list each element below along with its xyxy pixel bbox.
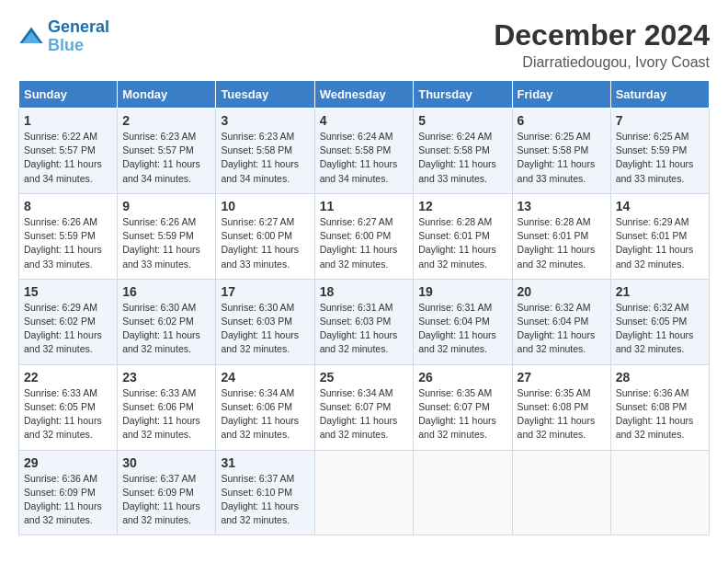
- day-number: 12: [418, 199, 506, 213]
- calendar-cell: 29Sunrise: 6:36 AM Sunset: 6:09 PM Dayli…: [19, 450, 118, 535]
- day-info: Sunrise: 6:37 AM Sunset: 6:09 PM Dayligh…: [122, 472, 210, 528]
- calendar-week-2: 8Sunrise: 6:26 AM Sunset: 5:59 PM Daylig…: [19, 193, 710, 279]
- day-info: Sunrise: 6:24 AM Sunset: 5:58 PM Dayligh…: [418, 130, 506, 186]
- calendar-cell: 26Sunrise: 6:35 AM Sunset: 6:07 PM Dayli…: [414, 364, 512, 450]
- day-info: Sunrise: 6:35 AM Sunset: 6:07 PM Dayligh…: [418, 386, 506, 442]
- day-info: Sunrise: 6:34 AM Sunset: 6:06 PM Dayligh…: [221, 386, 309, 442]
- day-number: 25: [320, 370, 409, 385]
- logo-text: General Blue: [48, 18, 109, 55]
- calendar-week-5: 29Sunrise: 6:36 AM Sunset: 6:09 PM Dayli…: [19, 450, 710, 535]
- day-info: Sunrise: 6:30 AM Sunset: 6:03 PM Dayligh…: [221, 301, 309, 357]
- day-info: Sunrise: 6:22 AM Sunset: 5:57 PM Dayligh…: [24, 130, 112, 186]
- day-number: 26: [418, 370, 506, 385]
- day-number: 4: [320, 113, 409, 128]
- day-number: 28: [616, 370, 704, 385]
- day-number: 27: [518, 370, 606, 385]
- calendar-cell: 23Sunrise: 6:33 AM Sunset: 6:06 PM Dayli…: [118, 364, 216, 450]
- day-info: Sunrise: 6:25 AM Sunset: 5:58 PM Dayligh…: [518, 130, 606, 186]
- subtitle: Diarratiedougou, Ivory Coast: [494, 54, 710, 71]
- day-info: Sunrise: 6:34 AM Sunset: 6:07 PM Dayligh…: [320, 386, 409, 442]
- day-info: Sunrise: 6:28 AM Sunset: 6:01 PM Dayligh…: [418, 215, 506, 271]
- day-info: Sunrise: 6:24 AM Sunset: 5:58 PM Dayligh…: [320, 130, 409, 186]
- header-wednesday: Wednesday: [314, 81, 414, 109]
- calendar-cell: 8Sunrise: 6:26 AM Sunset: 5:59 PM Daylig…: [19, 193, 118, 279]
- calendar-cell: 30Sunrise: 6:37 AM Sunset: 6:09 PM Dayli…: [118, 450, 216, 535]
- calendar-cell: [610, 450, 709, 535]
- header-friday: Friday: [512, 81, 610, 109]
- day-info: Sunrise: 6:33 AM Sunset: 6:06 PM Dayligh…: [122, 386, 210, 442]
- calendar-cell: 27Sunrise: 6:35 AM Sunset: 6:08 PM Dayli…: [512, 364, 610, 450]
- calendar-cell: 11Sunrise: 6:27 AM Sunset: 6:00 PM Dayli…: [314, 193, 414, 279]
- calendar-cell: 7Sunrise: 6:25 AM Sunset: 5:59 PM Daylig…: [610, 109, 709, 194]
- day-info: Sunrise: 6:27 AM Sunset: 6:00 PM Dayligh…: [221, 215, 309, 271]
- day-number: 29: [24, 455, 112, 470]
- day-number: 30: [122, 455, 210, 470]
- calendar-week-3: 15Sunrise: 6:29 AM Sunset: 6:02 PM Dayli…: [19, 279, 710, 364]
- header-tuesday: Tuesday: [216, 81, 314, 109]
- day-number: 15: [24, 284, 112, 299]
- day-number: 14: [616, 199, 704, 213]
- calendar-cell: 31Sunrise: 6:37 AM Sunset: 6:10 PM Dayli…: [216, 450, 314, 535]
- day-number: 2: [122, 113, 210, 128]
- day-number: 22: [24, 370, 112, 385]
- day-number: 11: [320, 199, 409, 213]
- calendar-cell: 14Sunrise: 6:29 AM Sunset: 6:01 PM Dayli…: [610, 193, 709, 279]
- calendar-cell: 24Sunrise: 6:34 AM Sunset: 6:06 PM Dayli…: [216, 364, 314, 450]
- calendar-week-1: 1Sunrise: 6:22 AM Sunset: 5:57 PM Daylig…: [19, 109, 710, 194]
- calendar-table: SundayMondayTuesdayWednesdayThursdayFrid…: [18, 80, 710, 535]
- header-sunday: Sunday: [19, 81, 118, 109]
- title-block: December 2024 Diarratiedougou, Ivory Coa…: [494, 18, 710, 71]
- day-info: Sunrise: 6:33 AM Sunset: 6:05 PM Dayligh…: [24, 386, 112, 442]
- calendar-cell: 3Sunrise: 6:23 AM Sunset: 5:58 PM Daylig…: [216, 109, 314, 194]
- day-number: 18: [320, 284, 409, 299]
- day-info: Sunrise: 6:28 AM Sunset: 6:01 PM Dayligh…: [518, 215, 606, 271]
- calendar-cell: [314, 450, 414, 535]
- day-number: 23: [122, 370, 210, 385]
- calendar-cell: 22Sunrise: 6:33 AM Sunset: 6:05 PM Dayli…: [19, 364, 118, 450]
- day-info: Sunrise: 6:30 AM Sunset: 6:02 PM Dayligh…: [122, 301, 210, 357]
- day-number: 16: [122, 284, 210, 299]
- day-info: Sunrise: 6:31 AM Sunset: 6:04 PM Dayligh…: [418, 301, 506, 357]
- day-info: Sunrise: 6:29 AM Sunset: 6:02 PM Dayligh…: [24, 301, 112, 357]
- page-header: General Blue December 2024 Diarratiedoug…: [18, 18, 710, 71]
- header-saturday: Saturday: [610, 81, 709, 109]
- day-number: 3: [221, 113, 309, 128]
- day-info: Sunrise: 6:36 AM Sunset: 6:08 PM Dayligh…: [616, 386, 704, 442]
- day-number: 21: [616, 284, 704, 299]
- calendar-cell: 28Sunrise: 6:36 AM Sunset: 6:08 PM Dayli…: [610, 364, 709, 450]
- day-info: Sunrise: 6:27 AM Sunset: 6:00 PM Dayligh…: [320, 215, 409, 271]
- day-info: Sunrise: 6:29 AM Sunset: 6:01 PM Dayligh…: [616, 215, 704, 271]
- header-thursday: Thursday: [414, 81, 512, 109]
- day-number: 17: [221, 284, 309, 299]
- calendar-cell: 4Sunrise: 6:24 AM Sunset: 5:58 PM Daylig…: [314, 109, 414, 194]
- calendar-cell: 13Sunrise: 6:28 AM Sunset: 6:01 PM Dayli…: [512, 193, 610, 279]
- day-number: 5: [418, 113, 506, 128]
- day-number: 6: [518, 113, 606, 128]
- logo: General Blue: [18, 18, 109, 55]
- day-number: 7: [616, 113, 704, 128]
- day-info: Sunrise: 6:23 AM Sunset: 5:58 PM Dayligh…: [221, 130, 309, 186]
- day-number: 31: [221, 455, 309, 470]
- day-number: 24: [221, 370, 309, 385]
- day-info: Sunrise: 6:37 AM Sunset: 6:10 PM Dayligh…: [221, 472, 309, 528]
- day-info: Sunrise: 6:36 AM Sunset: 6:09 PM Dayligh…: [24, 472, 112, 528]
- calendar-cell: 25Sunrise: 6:34 AM Sunset: 6:07 PM Dayli…: [314, 364, 414, 450]
- day-info: Sunrise: 6:26 AM Sunset: 5:59 PM Dayligh…: [122, 215, 210, 271]
- day-info: Sunrise: 6:25 AM Sunset: 5:59 PM Dayligh…: [616, 130, 704, 186]
- calendar-cell: 1Sunrise: 6:22 AM Sunset: 5:57 PM Daylig…: [19, 109, 118, 194]
- calendar-cell: 5Sunrise: 6:24 AM Sunset: 5:58 PM Daylig…: [414, 109, 512, 194]
- day-number: 1: [24, 113, 112, 128]
- day-info: Sunrise: 6:35 AM Sunset: 6:08 PM Dayligh…: [518, 386, 606, 442]
- logo-icon: [18, 24, 44, 50]
- calendar-cell: [414, 450, 512, 535]
- calendar-cell: 10Sunrise: 6:27 AM Sunset: 6:00 PM Dayli…: [216, 193, 314, 279]
- calendar-cell: 18Sunrise: 6:31 AM Sunset: 6:03 PM Dayli…: [314, 279, 414, 364]
- calendar-cell: [512, 450, 610, 535]
- day-number: 8: [24, 199, 112, 213]
- calendar-cell: 2Sunrise: 6:23 AM Sunset: 5:57 PM Daylig…: [118, 109, 216, 194]
- calendar-cell: 20Sunrise: 6:32 AM Sunset: 6:04 PM Dayli…: [512, 279, 610, 364]
- calendar-cell: 21Sunrise: 6:32 AM Sunset: 6:05 PM Dayli…: [610, 279, 709, 364]
- calendar-cell: 12Sunrise: 6:28 AM Sunset: 6:01 PM Dayli…: [414, 193, 512, 279]
- calendar-cell: 15Sunrise: 6:29 AM Sunset: 6:02 PM Dayli…: [19, 279, 118, 364]
- day-number: 13: [518, 199, 606, 213]
